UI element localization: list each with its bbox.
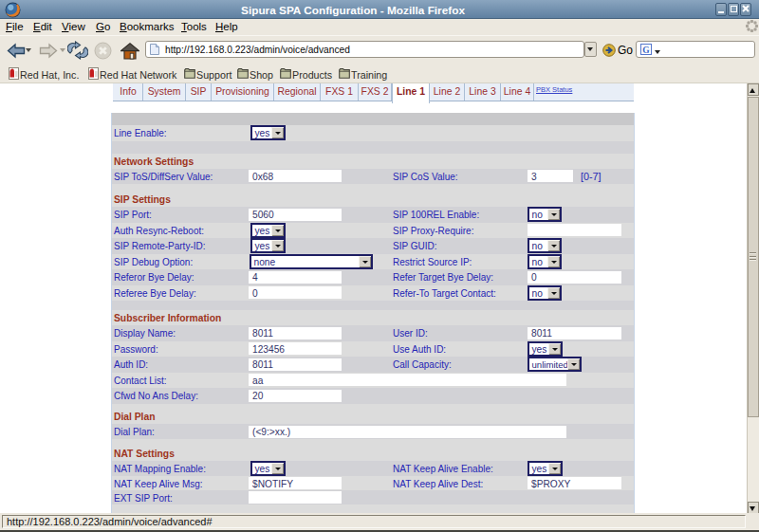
svg-text:G: G — [642, 46, 650, 55]
